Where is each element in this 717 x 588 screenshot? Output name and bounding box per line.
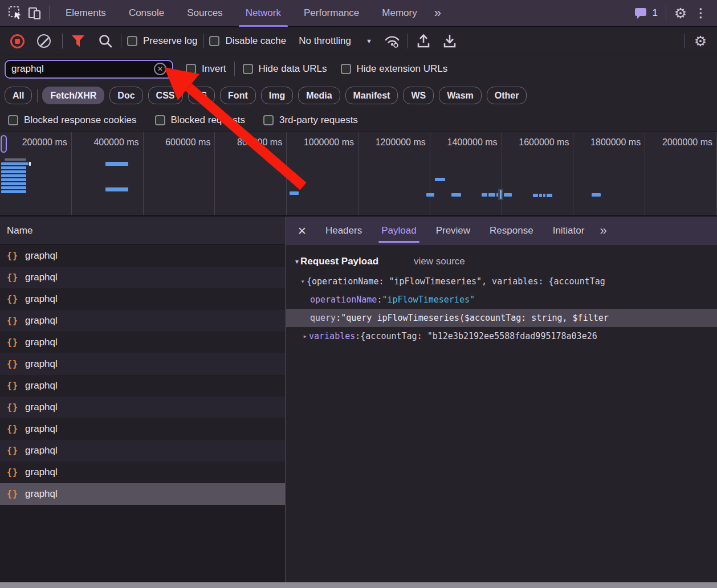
export-har-icon[interactable] — [440, 31, 459, 51]
request-row[interactable]: {} graphql — [0, 267, 285, 288]
payload-root-line[interactable]: ▾ {operationName: "ipFlowTimeseries", va… — [286, 272, 717, 291]
checkbox[interactable] — [186, 64, 196, 74]
detail-tab-initiator[interactable]: Initiator — [543, 217, 594, 245]
checkbox[interactable] — [209, 36, 219, 46]
network-toolbar: Preserve log Disable cache No throttling… — [0, 27, 717, 55]
request-row[interactable]: {} graphql — [0, 375, 285, 397]
json-braces-icon: {} — [7, 251, 18, 261]
detail-tab-payload[interactable]: Payload — [372, 217, 426, 245]
invert-checkbox[interactable]: Invert — [186, 63, 226, 75]
chip-js[interactable]: JS — [188, 87, 215, 104]
request-row[interactable]: {} graphql — [0, 353, 285, 375]
dropdown-caret-icon: ▼ — [366, 38, 372, 44]
checkbox[interactable] — [243, 64, 253, 74]
tab-memory[interactable]: Memory — [370, 0, 428, 27]
request-row[interactable]: {} graphql — [0, 245, 285, 267]
chip-other[interactable]: Other — [487, 87, 527, 104]
request-list-panel: Name {} graphql {} graphql {} gr — [0, 217, 286, 588]
resource-type-chips: All Fetch/XHR Doc CSS JS Font Img Media … — [0, 83, 717, 108]
json-braces-icon: {} — [7, 316, 18, 326]
payload-prop-query[interactable]: query: "query ipFlowTimeseries($accountT… — [286, 309, 717, 327]
import-har-icon[interactable] — [414, 31, 433, 51]
divider — [685, 34, 685, 48]
request-row[interactable]: {} graphql — [0, 397, 285, 418]
chip-img[interactable]: Img — [261, 87, 293, 104]
json-braces-icon: {} — [7, 402, 18, 413]
checkbox[interactable] — [8, 115, 18, 125]
request-rows: {} graphql {} graphql {} graphql {} — [0, 245, 285, 505]
kebab-menu-icon[interactable]: ⋮ — [690, 6, 711, 20]
tab-performance[interactable]: Performance — [292, 0, 370, 27]
filter-funnel-icon[interactable] — [68, 31, 88, 51]
request-row[interactable]: {} graphql — [0, 440, 285, 462]
chip-font[interactable]: Font — [220, 87, 256, 104]
timeline-tick-label: 1400000 ms — [430, 132, 502, 215]
request-name: graphql — [25, 337, 58, 348]
timeline-overview[interactable]: 200000 ms400000 ms600000 ms800000 ms1000… — [0, 132, 717, 217]
request-row[interactable]: {} graphql — [0, 418, 285, 440]
checkbox[interactable] — [127, 36, 137, 46]
request-row[interactable]: {} graphql — [0, 332, 285, 353]
hide-data-urls-checkbox[interactable]: Hide data URLs — [243, 63, 327, 75]
request-name: graphql — [25, 423, 58, 435]
filter-text-input[interactable]: graphql ✕ — [5, 60, 173, 79]
more-detail-tabs-icon[interactable]: » — [594, 223, 611, 238]
chip-manifest[interactable]: Manifest — [345, 87, 398, 104]
hide-extension-urls-checkbox[interactable]: Hide extension URLs — [341, 63, 448, 75]
network-conditions-icon[interactable] — [382, 31, 402, 51]
blocked-filters-row: Blocked response cookies Blocked request… — [0, 108, 717, 132]
detail-tab-preview[interactable]: Preview — [426, 217, 480, 245]
chip-fetch-xhr[interactable]: Fetch/XHR — [42, 87, 104, 104]
expand-triangle-icon[interactable]: ▸ — [301, 332, 309, 340]
blocked-response-cookies-checkbox[interactable]: Blocked response cookies — [8, 115, 137, 126]
json-braces-icon: {} — [7, 359, 18, 369]
detail-tab-headers[interactable]: Headers — [316, 217, 372, 245]
request-row[interactable]: {} graphql — [0, 462, 285, 483]
tab-elements[interactable]: Elements — [54, 0, 117, 27]
collapse-triangle-icon[interactable]: ▾ — [295, 258, 299, 266]
view-source-link[interactable]: view source — [414, 256, 465, 267]
json-braces-icon: {} — [7, 424, 18, 434]
network-settings-gear-icon[interactable]: ⚙ — [691, 31, 710, 51]
disable-cache-checkbox[interactable]: Disable cache — [209, 35, 286, 47]
request-name: graphql — [25, 488, 58, 500]
timeline-tick-label: 800000 ms — [215, 132, 287, 215]
clear-network-log-icon[interactable] — [37, 34, 51, 48]
more-tabs-icon[interactable]: » — [429, 6, 446, 21]
chip-all[interactable]: All — [5, 87, 32, 104]
record-button[interactable] — [10, 34, 25, 48]
chip-ws[interactable]: WS — [403, 87, 434, 104]
preserve-log-checkbox[interactable]: Preserve log — [127, 35, 197, 47]
timeline-tick-label: 1000000 ms — [287, 132, 358, 215]
name-column-header[interactable]: Name — [0, 217, 285, 245]
payload-prop-operationName[interactable]: operationName: "ipFlowTimeseries" — [286, 291, 717, 309]
tab-console[interactable]: Console — [117, 0, 176, 27]
issues-icon[interactable] — [631, 3, 650, 23]
blocked-requests-checkbox[interactable]: Blocked requests — [155, 115, 245, 126]
tab-sources[interactable]: Sources — [176, 0, 234, 27]
checkbox[interactable] — [341, 64, 351, 74]
chip-css[interactable]: CSS — [148, 87, 183, 104]
settings-gear-icon[interactable]: ⚙ — [671, 3, 690, 23]
chip-media[interactable]: Media — [298, 87, 340, 104]
detail-tab-response[interactable]: Response — [480, 217, 543, 245]
payload-prop-variables[interactable]: ▸ variables: {accountTag: "b12e3b2192ee5… — [286, 327, 717, 345]
search-icon[interactable] — [96, 31, 115, 51]
tab-network[interactable]: Network — [234, 0, 292, 27]
request-row[interactable]: {} graphql — [0, 288, 285, 310]
checkbox[interactable] — [155, 115, 165, 125]
checkbox[interactable] — [263, 115, 274, 125]
request-payload-section[interactable]: ▾ Request Payload view source — [286, 251, 717, 272]
third-party-requests-checkbox[interactable]: 3rd-party requests — [263, 115, 358, 126]
request-row[interactable]: {} graphql — [0, 310, 285, 332]
throttling-dropdown[interactable]: No throttling ▼ — [299, 35, 372, 47]
json-braces-icon: {} — [7, 294, 18, 304]
clear-filter-icon[interactable]: ✕ — [154, 63, 166, 75]
expand-triangle-icon[interactable]: ▾ — [299, 277, 307, 285]
request-row[interactable]: {} graphql — [0, 483, 285, 505]
inspect-element-icon[interactable] — [6, 3, 25, 23]
close-panel-icon[interactable]: ✕ — [286, 224, 316, 238]
chip-doc[interactable]: Doc — [109, 87, 142, 104]
device-toolbar-icon[interactable] — [25, 3, 44, 23]
chip-wasm[interactable]: Wasm — [439, 87, 482, 104]
